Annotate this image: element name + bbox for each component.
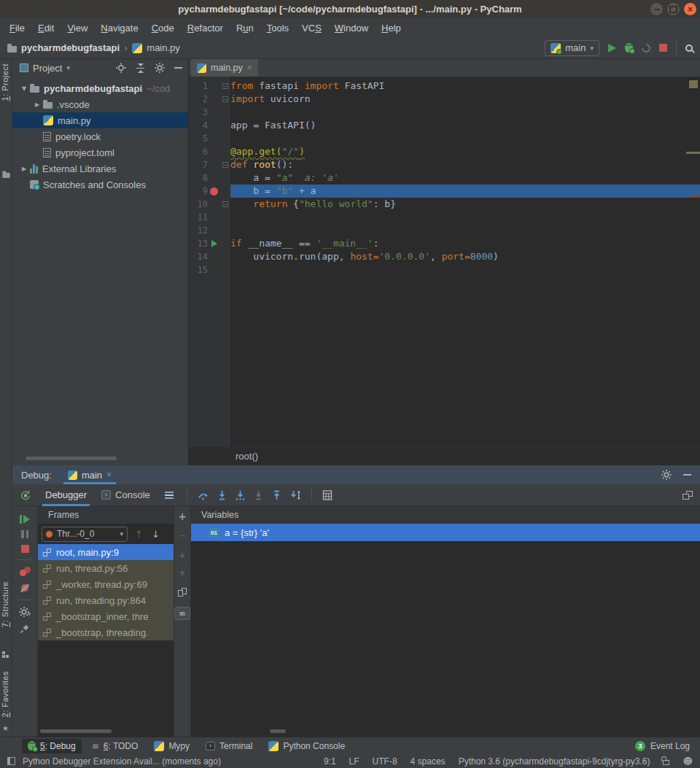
menu-item-help[interactable]: Help <box>375 20 408 36</box>
status-message[interactable]: Python Debugger Extension Avail... (mome… <box>23 756 221 767</box>
tree-item[interactable]: poetry.lock <box>12 128 188 144</box>
toggle-tool-windows-icon[interactable] <box>7 757 15 765</box>
code-line[interactable]: 9 b = "b" + a <box>189 185 700 198</box>
close-button[interactable]: × <box>684 3 696 15</box>
pause-program-icon[interactable] <box>21 530 28 538</box>
menu-item-refactor[interactable]: Refactor <box>181 20 230 36</box>
smart-step-into-icon[interactable] <box>254 490 263 500</box>
layout-view-icon[interactable] <box>165 492 174 499</box>
breakpoint-icon[interactable] <box>208 187 220 195</box>
menu-item-tools[interactable]: Tools <box>260 20 295 36</box>
duplicate-watch-icon[interactable] <box>178 588 187 597</box>
debug-settings-icon[interactable]: ▾ <box>19 607 31 617</box>
move-down-icon[interactable]: ▼ <box>180 569 185 578</box>
chevron-down-icon[interactable]: ▾ <box>66 64 70 71</box>
stop-button[interactable] <box>659 44 667 52</box>
toolwindow-button-python-console[interactable]: Python Console <box>262 739 351 753</box>
frame-item[interactable]: _bootstrap, threading. <box>38 624 174 640</box>
lock-icon[interactable] <box>663 760 669 765</box>
run-button[interactable] <box>608 44 616 53</box>
maximize-button[interactable] <box>667 3 680 15</box>
variable-item[interactable]: 01a = {str} 'a' <box>191 524 700 541</box>
project-panel-title[interactable]: Project <box>33 63 62 74</box>
code-line[interactable]: 4app = FastAPI() <box>189 119 700 132</box>
previous-frame-icon[interactable]: ↑ <box>135 529 143 540</box>
tab-console[interactable]: ›Console <box>94 484 158 506</box>
menu-item-window[interactable]: Window <box>328 20 375 36</box>
code-line[interactable]: 12 <box>189 224 700 237</box>
variables-scrollbar[interactable] <box>270 729 286 733</box>
toolwindow-button-mypy[interactable]: Mypy <box>148 739 195 753</box>
menu-item-code[interactable]: Code <box>145 20 181 36</box>
fold-marker[interactable] <box>220 83 230 89</box>
tree-expanded-icon[interactable]: ▼ <box>18 85 30 92</box>
status-python-interpreter[interactable]: Python 3.6 (pycharmdebugfastapi-9cdjtyrg… <box>459 756 650 767</box>
sidebar-tab-project[interactable]: 1: Project <box>1 63 9 101</box>
code-line[interactable]: 1from fastapi import FastAPI <box>189 79 700 93</box>
menu-item-view[interactable]: View <box>61 20 94 36</box>
sidebar-tab-favorites[interactable]: 2: Favorites <box>1 671 9 717</box>
code-line[interactable]: 14 uvicorn.run(app, host='0.0.0.0', port… <box>189 250 700 263</box>
menu-item-run[interactable]: Run <box>230 20 260 36</box>
sidebar-tab-structure[interactable]: 7: Structure <box>1 581 9 627</box>
tree-item[interactable]: main.py <box>12 112 188 128</box>
fold-marker[interactable] <box>220 162 230 168</box>
collapse-all-icon[interactable] <box>136 63 145 73</box>
code-line[interactable]: 10 return {"hello world": b} <box>189 198 700 211</box>
breadcrumb-project[interactable]: pycharmdebugfastapi <box>21 42 120 53</box>
step-over-icon[interactable] <box>198 490 209 500</box>
frame-item[interactable]: _bootstrap_inner, thre <box>38 608 174 624</box>
code-line[interactable]: 13if __name__ == '__main__': <box>189 237 700 250</box>
warning-stripe-mark[interactable] <box>686 152 700 154</box>
gear-icon[interactable] <box>661 470 672 480</box>
warning-stripe-mark[interactable] <box>689 80 698 88</box>
close-session-icon[interactable]: × <box>106 470 112 480</box>
toolwindow-button-6-todo[interactable]: ≡6: TODO <box>86 739 144 753</box>
tree-item[interactable]: Scratches and Consoles <box>12 177 188 193</box>
layout-settings-icon[interactable] <box>682 491 693 500</box>
code-line[interactable]: 5 <box>189 132 700 145</box>
frame-item[interactable]: root, main.py:9 <box>38 544 174 560</box>
frames-scrollbar[interactable] <box>40 729 112 733</box>
code-line[interactable]: 11 <box>189 211 700 224</box>
code-line[interactable]: 2import uvicorn <box>189 93 700 106</box>
run-configuration-select[interactable]: main ▾ <box>545 40 599 56</box>
code-line[interactable]: 6@app.get("/") <box>189 145 700 158</box>
status-indent-style[interactable]: 4 spaces <box>411 756 446 767</box>
menu-item-navigate[interactable]: Navigate <box>94 20 144 36</box>
run-to-cursor-icon[interactable] <box>290 490 301 500</box>
close-tab-icon[interactable]: × <box>247 63 252 73</box>
hide-panel-icon[interactable] <box>174 67 182 69</box>
locate-file-icon[interactable] <box>116 63 126 73</box>
event-log-button[interactable]: 3Event Log <box>635 741 690 751</box>
code-line[interactable]: 7def root(): <box>189 158 700 171</box>
frame-item[interactable]: run, thread.py:56 <box>38 560 174 576</box>
add-watch-icon[interactable]: + <box>178 512 187 521</box>
menu-item-file[interactable]: File <box>3 20 31 36</box>
hide-panel-icon[interactable] <box>683 474 691 476</box>
step-into-icon[interactable] <box>217 490 227 500</box>
frame-item[interactable]: run, threading.py:864 <box>38 592 174 608</box>
rerun-icon[interactable] <box>20 489 31 501</box>
tree-item[interactable]: pyproject.toml <box>12 144 188 160</box>
fold-marker[interactable] <box>220 96 230 102</box>
mute-breakpoints-icon[interactable] <box>20 583 30 593</box>
code-line[interactable]: 8 a = "a" a: 'a' <box>189 171 700 185</box>
title-bar[interactable]: pycharmdebugfastapi [~/code/pycharmdebug… <box>0 0 700 18</box>
minimize-button[interactable] <box>650 3 663 15</box>
stop-icon[interactable] <box>21 545 29 553</box>
tree-item[interactable]: ▼pycharmdebugfastapi~/cod <box>12 80 188 96</box>
breadcrumb-file[interactable]: main.py <box>147 42 180 53</box>
toolwindow-button-5-debug[interactable]: 5: Debug <box>22 739 82 753</box>
step-out-icon[interactable] <box>272 490 281 500</box>
remove-watch-icon[interactable]: − <box>178 531 187 540</box>
gear-icon[interactable] <box>155 63 165 73</box>
resume-program-icon[interactable] <box>20 515 30 524</box>
tree-collapsed-icon[interactable]: ▶ <box>18 166 30 172</box>
tab-debugger[interactable]: Debugger <box>38 484 94 506</box>
editor-tab-main-py[interactable]: main.py × <box>191 59 258 77</box>
breakpoint-stripe-mark[interactable] <box>689 195 700 198</box>
highlighting-level-icon[interactable]: ☻ <box>682 756 693 766</box>
menu-item-edit[interactable]: Edit <box>31 20 61 36</box>
debug-session-tab[interactable]: main × <box>63 465 116 484</box>
